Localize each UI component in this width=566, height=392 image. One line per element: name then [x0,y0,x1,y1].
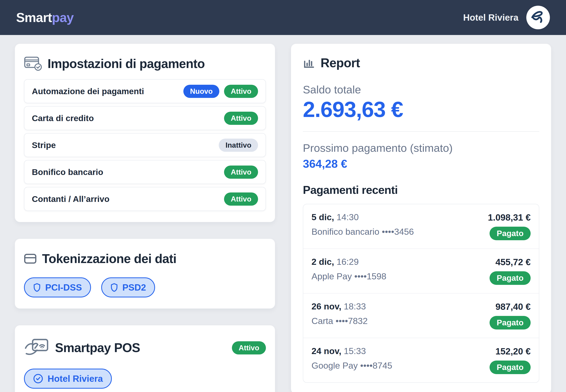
setting-label: Automazione dei pagamenti [32,86,144,96]
recent-payments-list: 5 dic, 14:30Bonifico bancario ••••34561.… [303,204,539,383]
payment-time: 18:33 [344,301,366,311]
contactless-pos-icon [24,338,49,358]
tokenization-title: Tokenizzazione dei dati [42,252,176,266]
paid-status-badge: Pagato [490,316,531,329]
check-circle-icon [33,374,43,384]
payment-row[interactable]: 2 dic, 16:29Apple Pay ••••1598455,72 €Pa… [303,249,539,293]
next-payment-label: Prossimo pagamento (stimato) [303,141,539,154]
pos-status-badge: Attivo [232,341,266,354]
report-card: Report Saldo totale 2.693,63 € Prossimo … [291,44,551,392]
status-badge: Attivo [224,166,258,179]
payment-right: 152,20 €Pagato [490,346,531,374]
pos-location-label: Hotel Riviera [48,373,103,384]
compliance-badge-pci-dss[interactable]: PCI-DSS [24,277,91,297]
payment-row[interactable]: 26 nov, 18:33Carta ••••7832987,40 €Pagat… [303,293,539,338]
setting-row[interactable]: Carta di creditoAttivo [24,106,266,130]
compliance-badges: PCI-DSS PSD2 [24,277,266,297]
compliance-badge-label: PCI-DSS [45,282,82,293]
brand-logo-part1: Smart [16,10,52,25]
payment-date: 26 nov, 18:33 [312,301,368,312]
payment-amount: 152,20 € [496,346,531,357]
badge-group: NuovoAttivo [183,85,258,98]
payment-info: 5 dic, 14:30Bonifico bancario ••••3456 [312,212,414,237]
avatar[interactable] [526,6,550,29]
status-badge: Attivo [224,85,258,98]
badge-group: Inattivo [219,139,258,152]
payment-row[interactable]: 5 dic, 14:30Bonifico bancario ••••34561.… [303,204,539,249]
payment-date: 5 dic, 14:30 [312,212,414,222]
payment-method: Google Pay ••••8745 [312,361,392,371]
pos-title: Smartpay POS [55,340,140,355]
payment-method: Carta ••••7832 [312,316,368,326]
payment-method: Apple Pay ••••1598 [312,271,386,281]
account-name[interactable]: Hotel Riviera [463,12,518,23]
setting-row[interactable]: Bonifico bancarioAttivo [24,160,266,184]
payment-settings-list: Automazione dei pagamentiNuovoAttivoCart… [24,79,266,211]
recent-payments-title: Pagamenti recenti [303,183,539,196]
status-badge: Attivo [224,193,258,206]
navbar: Smartpay Hotel Riviera [0,0,566,35]
report-title: Report [320,56,360,70]
status-badge: Inattivo [219,139,258,152]
setting-label: Contanti / All’arrivo [32,194,110,204]
payment-amount: 1.098,31 € [488,212,531,223]
payment-info: 26 nov, 18:33Carta ••••7832 [312,301,368,326]
card-check-icon [24,56,42,71]
payment-settings-card: Impostazioni di pagamento Automazione de… [15,44,275,222]
compliance-badge-psd2[interactable]: PSD2 [101,277,155,297]
payment-right: 455,72 €Pagato [490,257,531,285]
tokenization-card: Tokenizzazione dei dati PCI-DSS PSD2 [15,239,275,309]
compliance-badge-label: PSD2 [123,282,146,293]
payment-time: 14:30 [337,212,359,222]
shield-icon [33,283,41,292]
status-badge: Nuovo [183,85,219,98]
shield-icon [110,283,118,292]
payment-right: 1.098,31 €Pagato [488,212,531,240]
credit-card-icon [24,254,37,264]
hotel-r-monogram-icon [530,9,547,26]
status-badge: Attivo [224,112,258,125]
badge-group: Attivo [224,166,258,179]
brand-logo[interactable]: Smartpay [16,10,74,25]
pos-location-chip[interactable]: Hotel Riviera [24,369,112,389]
payment-date: 2 dic, 16:29 [312,257,386,267]
setting-row[interactable]: Contanti / All’arrivoAttivo [24,187,266,211]
badge-group: Attivo [224,193,258,206]
payment-settings-title: Impostazioni di pagamento [48,56,205,71]
bar-chart-icon [303,57,315,69]
payment-info: 2 dic, 16:29Apple Pay ••••1598 [312,257,386,281]
payment-row[interactable]: 24 nov, 15:33Google Pay ••••8745152,20 €… [303,338,539,382]
payment-method: Bonifico bancario ••••3456 [312,227,414,237]
payment-amount: 987,40 € [496,301,531,312]
payment-info: 24 nov, 15:33Google Pay ••••8745 [312,346,392,371]
divider [303,131,539,132]
paid-status-badge: Pagato [490,271,531,285]
setting-label: Stripe [32,140,56,150]
next-payment-value: 364,28 € [303,157,539,170]
balance-label: Saldo totale [303,83,539,96]
setting-row[interactable]: Automazione dei pagamentiNuovoAttivo [24,79,266,103]
setting-label: Carta di credito [32,113,94,123]
paid-status-badge: Pagato [490,361,531,374]
brand-logo-part2: pay [52,10,74,25]
payment-time: 16:29 [337,257,359,267]
setting-label: Bonifico bancario [32,167,103,177]
payment-date: 24 nov, 15:33 [312,346,392,356]
payment-right: 987,40 €Pagato [490,301,531,329]
pos-card: Smartpay POS Attivo Hotel Riviera [15,325,275,392]
payment-time: 15:33 [344,346,366,356]
paid-status-badge: Pagato [490,227,531,240]
balance-value: 2.693,63 € [303,98,539,121]
setting-row[interactable]: StripeInattivo [24,133,266,157]
badge-group: Attivo [224,112,258,125]
payment-amount: 455,72 € [496,257,531,267]
